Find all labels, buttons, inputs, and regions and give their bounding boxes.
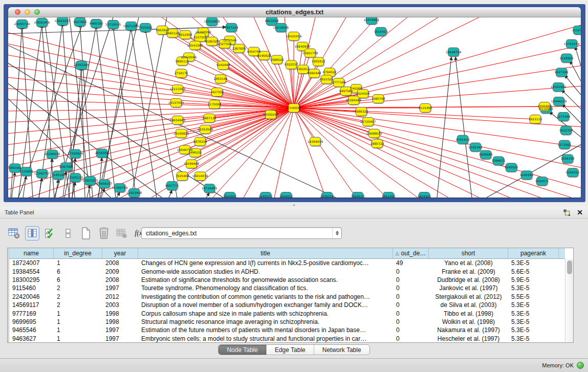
delete-attributes-button[interactable] bbox=[97, 226, 111, 240]
table-cell[interactable]: 5.3E-5 bbox=[508, 318, 559, 326]
network-graph[interactable]: 2405572420691406106532571527602846616010… bbox=[8, 17, 581, 198]
table-row[interactable]: 2242004622012Investigating the contribut… bbox=[9, 293, 565, 301]
table-cell[interactable]: 1997 bbox=[102, 284, 138, 292]
table-cell[interactable]: 6 bbox=[54, 276, 102, 284]
table-cell[interactable]: 2 bbox=[54, 284, 102, 292]
delete-table-button[interactable] bbox=[115, 226, 129, 240]
new-table-button[interactable] bbox=[79, 226, 93, 240]
edit-values-button[interactable] bbox=[43, 226, 57, 240]
table-cell[interactable]: Corpus callosum shape and size in male p… bbox=[138, 309, 393, 317]
table-cell[interactable]: Tibbo et al. (1998) bbox=[429, 309, 508, 317]
show-columns-button[interactable] bbox=[25, 226, 39, 240]
table-cell[interactable]: 14569117 bbox=[9, 301, 54, 309]
table-row[interactable]: 946554611997Estimation of the future num… bbox=[9, 326, 565, 334]
table-cell[interactable]: 5.6E-5 bbox=[508, 267, 559, 275]
table-cell[interactable]: 2009 bbox=[102, 267, 138, 275]
table-cell[interactable]: 0 bbox=[393, 276, 429, 284]
table-cell[interactable]: Estimation of significance thresholds fo… bbox=[138, 276, 393, 284]
table-cell[interactable]: 5.3E-5 bbox=[508, 309, 559, 317]
table-cell[interactable]: 22420046 bbox=[9, 293, 54, 301]
table-cell[interactable]: 0 bbox=[393, 267, 429, 275]
table-row[interactable]: 1830029562008Estimation of significance … bbox=[9, 276, 565, 284]
table-cell[interactable]: 9115460 bbox=[9, 284, 54, 292]
column-header-outde[interactable]: △out_de… bbox=[393, 248, 429, 258]
table-cell[interactable]: de Silva et al. (2003) bbox=[429, 301, 508, 309]
table-cell[interactable]: 9699695 bbox=[9, 318, 54, 326]
table-scrollbar[interactable] bbox=[565, 259, 573, 342]
column-header-name[interactable]: name bbox=[9, 248, 54, 258]
column-header-indegree[interactable]: in_degree bbox=[54, 248, 102, 258]
table-cell[interactable]: Dudbridge et al. (2008) bbox=[429, 276, 508, 284]
table-settings-button[interactable] bbox=[7, 226, 21, 240]
table-cell[interactable]: Yano et al. (2008) bbox=[429, 259, 508, 267]
table-cell[interactable]: 49 bbox=[393, 259, 429, 267]
network-window-titlebar[interactable]: citations_edges.txt bbox=[8, 7, 581, 17]
table-cell[interactable]: 2008 bbox=[102, 276, 138, 284]
table-cell[interactable]: 18724007 bbox=[9, 259, 54, 267]
zoom-window-icon[interactable] bbox=[34, 9, 40, 15]
table-cell[interactable]: 0 bbox=[393, 301, 429, 309]
table-row[interactable]: 911546021997Tourette syndrome. Phenomeno… bbox=[9, 284, 565, 292]
table-cell[interactable]: 9465546 bbox=[9, 326, 54, 334]
table-cell[interactable]: 0 bbox=[393, 309, 429, 317]
table-cell[interactable]: Disruption of a novel member of a sodium… bbox=[138, 301, 393, 309]
table-cell[interactable]: 5.3E-5 bbox=[508, 326, 559, 334]
table-cell[interactable]: 5.3E-5 bbox=[508, 335, 559, 342]
table-cell[interactable]: 1997 bbox=[102, 326, 138, 334]
table-select-dropdown[interactable]: citations_edges.txt bbox=[141, 227, 342, 239]
table-cell[interactable]: 6 bbox=[54, 267, 102, 275]
table-cell[interactable]: 1 bbox=[54, 318, 102, 326]
table-cell[interactable]: 1 bbox=[54, 259, 102, 267]
table-row[interactable]: 946362711997Embryonic stem cells: a mode… bbox=[9, 335, 565, 342]
table-row[interactable]: 1456911722003Disruption of a novel membe… bbox=[9, 301, 565, 309]
table-cell[interactable]: Genome-wide association studies in ADHD. bbox=[138, 267, 393, 275]
close-window-icon[interactable] bbox=[15, 9, 20, 15]
table-cell[interactable]: 1998 bbox=[102, 309, 138, 317]
table-cell[interactable]: 2003 bbox=[102, 301, 138, 309]
table-cell[interactable]: 9463627 bbox=[9, 335, 54, 342]
table-cell[interactable]: Embryonic stem cells: a model to study s… bbox=[138, 335, 393, 342]
table-cell[interactable]: 18300295 bbox=[9, 276, 54, 284]
table-cell[interactable]: Nakamura et al. (1997) bbox=[429, 326, 508, 334]
table-row[interactable]: 1938455462009Genome-wide association stu… bbox=[9, 267, 565, 275]
column-header-pagerank[interactable]: pagerank bbox=[508, 248, 559, 258]
table-scrollbar-thumb[interactable] bbox=[567, 260, 572, 274]
tab-node-table[interactable]: Node Table bbox=[219, 345, 267, 355]
table-cell[interactable]: Wolkin et al. (1998) bbox=[429, 318, 508, 326]
table-cell[interactable]: 5.9E-5 bbox=[508, 276, 559, 284]
float-panel-icon[interactable] bbox=[563, 209, 571, 216]
table-cell[interactable]: 2008 bbox=[102, 259, 138, 267]
memory-status-icon[interactable] bbox=[577, 362, 584, 369]
table-cell[interactable]: 2 bbox=[54, 301, 102, 309]
table-cell[interactable]: Stergiakouli et al. (2012) bbox=[429, 293, 508, 301]
table-cell[interactable]: 1998 bbox=[102, 318, 138, 326]
table-cell[interactable]: Hescheler et al. (1997) bbox=[429, 335, 508, 342]
close-panel-icon[interactable]: ✕ bbox=[577, 209, 583, 216]
table-cell[interactable]: 1 bbox=[54, 309, 102, 317]
table-cell[interactable]: 0 bbox=[393, 284, 429, 292]
table-cell[interactable]: Jankovic et al. (1997) bbox=[429, 284, 508, 292]
tab-network-table[interactable]: Network Table bbox=[314, 345, 369, 355]
table-cell[interactable]: 5.3E-5 bbox=[508, 284, 559, 292]
table-cell[interactable]: 5.3E-5 bbox=[508, 301, 559, 309]
table-cell[interactable]: 0 bbox=[393, 293, 429, 301]
minimize-window-icon[interactable] bbox=[25, 9, 30, 15]
table-cell[interactable]: Franke et al. (2009) bbox=[429, 267, 508, 275]
table-cell[interactable]: 19384554 bbox=[9, 267, 54, 275]
table-cell[interactable]: 5.3E-5 bbox=[508, 259, 559, 267]
table-row[interactable]: 977716911998Corpus callosum shape and si… bbox=[9, 309, 565, 317]
splitter-collapse-icon[interactable]: ▴ bbox=[293, 203, 295, 206]
table-cell[interactable]: 2012 bbox=[102, 293, 138, 301]
panel-splitter[interactable]: ▴ bbox=[0, 202, 588, 207]
tab-edge-table[interactable]: Edge Table bbox=[267, 345, 314, 355]
table-row[interactable]: 969969511998Structural magnetic resonanc… bbox=[9, 318, 565, 326]
table-cell[interactable]: Structural magnetic resonance image aver… bbox=[138, 318, 393, 326]
table-cell[interactable]: Investigating the contribution of common… bbox=[138, 293, 393, 301]
table-cell[interactable]: Tourette syndrome. Phenomenology and cla… bbox=[138, 284, 393, 292]
table-cell[interactable]: Estimation of the future numbers of pati… bbox=[138, 326, 393, 334]
table-cell[interactable]: 0 bbox=[393, 335, 429, 342]
table-cell[interactable]: 5.5E-5 bbox=[508, 293, 559, 301]
row-height-button[interactable] bbox=[61, 226, 75, 240]
column-header-year[interactable]: year bbox=[102, 248, 138, 258]
column-header-short[interactable]: short bbox=[429, 248, 508, 258]
